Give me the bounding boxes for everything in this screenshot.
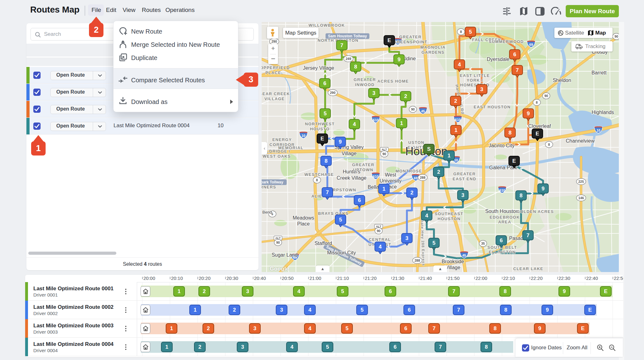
svg-text:9: 9 (397, 57, 400, 63)
svg-text:8: 8 (316, 178, 318, 182)
svg-text:290: 290 (330, 91, 336, 95)
svg-text:PLACE: PLACE (265, 70, 281, 75)
svg-text:ELLINGTON: ELLINGTON (489, 250, 516, 254)
svg-text:GREATER: GREATER (354, 77, 376, 82)
svg-text:35: 35 (481, 242, 485, 245)
svg-text:10: 10 (302, 134, 305, 138)
svg-text:290: 290 (271, 40, 277, 43)
svg-text:Barrett: Barrett (591, 70, 607, 75)
svg-text:ACRES HOME: ACRES HOME (377, 79, 409, 84)
svg-text:2: 2 (437, 169, 440, 175)
svg-text:69: 69 (414, 176, 418, 180)
svg-text:Creek Village: Creek Village (337, 175, 367, 181)
svg-text:Jacinto City: Jacinto City (489, 143, 515, 148)
svg-text:1: 1 (454, 127, 457, 133)
svg-text:GREATER: GREATER (352, 162, 375, 167)
svg-text:GREENSPOINT: GREENSPOINT (393, 40, 427, 44)
svg-text:UPTOWN: UPTOWN (353, 167, 374, 172)
svg-text:7: 7 (526, 232, 529, 238)
svg-text:8: 8 (536, 101, 538, 104)
svg-text:GOLDEN ACRES: GOLDEN ACRES (517, 209, 554, 214)
svg-text:Jersey Village: Jersey Village (303, 65, 334, 71)
svg-text:BEAR CREEK: BEAR CREEK (262, 91, 290, 96)
svg-text:8: 8 (519, 193, 522, 199)
svg-text:2: 2 (454, 98, 457, 104)
svg-text:610: 610 (373, 118, 379, 122)
svg-text:3: 3 (461, 192, 464, 198)
svg-text:EAST END: EAST END (452, 177, 476, 181)
svg-text:ENERGY: ENERGY (272, 137, 292, 142)
svg-text:4: 4 (379, 244, 382, 250)
svg-text:EAST LITTLE: EAST LITTLE (460, 73, 490, 78)
svg-text:8: 8 (548, 143, 550, 146)
svg-text:2: 2 (404, 93, 407, 99)
svg-text:University: University (380, 178, 402, 183)
svg-text:VILLAGE: VILLAGE (264, 96, 285, 101)
svg-text:GREATER: GREATER (453, 172, 476, 176)
svg-text:610: 610 (373, 175, 379, 178)
svg-text:Brookside: Brookside (441, 259, 464, 264)
svg-text:9: 9 (527, 111, 530, 117)
svg-text:5: 5 (432, 240, 435, 246)
svg-text:SUMMERWOOD: SUMMERWOOD (489, 39, 524, 44)
svg-text:9: 9 (339, 139, 341, 145)
svg-text:S: S (427, 146, 430, 152)
svg-text:n Bend: n Bend (262, 210, 272, 215)
svg-text:6: 6 (323, 80, 326, 86)
svg-text:8: 8 (508, 130, 511, 136)
svg-text:E: E (512, 158, 516, 164)
svg-text:146: 146 (578, 196, 584, 200)
svg-text:7: 7 (340, 42, 343, 48)
svg-text:CENTRAL: CENTRAL (369, 237, 391, 242)
svg-text:2: 2 (410, 190, 413, 196)
svg-text:Sam Houston Tollway: Sam Houston Tollway (328, 34, 367, 38)
svg-text:Missouri City: Missouri City (327, 250, 356, 255)
svg-text:7: 7 (516, 67, 519, 73)
svg-text:Channelview: Channelview (566, 138, 595, 144)
svg-text:4: 4 (425, 213, 428, 219)
svg-text:SOUTHEAST: SOUTHEAST (435, 211, 464, 216)
svg-text:GREATER: GREATER (399, 35, 422, 39)
svg-text:288: 288 (420, 176, 425, 179)
svg-text:E: E (536, 131, 539, 137)
svg-text:90: 90 (276, 241, 280, 244)
svg-text:HOUSTON: HOUSTON (437, 216, 460, 221)
svg-text:90: 90 (377, 229, 380, 233)
svg-text:5: 5 (324, 111, 326, 117)
svg-text:8: 8 (460, 30, 462, 34)
svg-text:ORNERS: ORNERS (262, 185, 276, 189)
svg-text:610: 610 (455, 118, 461, 122)
svg-text:Cloverleaf: Cloverleaf (528, 123, 551, 129)
svg-text:6: 6 (513, 52, 516, 57)
svg-text:7: 7 (326, 189, 329, 195)
svg-text:EDGEBROOK: EDGEBROOK (490, 215, 520, 220)
svg-text:90: 90 (411, 107, 415, 111)
svg-text:WILLOWBROOK: WILLOWBROOK (308, 23, 345, 28)
svg-text:AREA: AREA (498, 220, 511, 224)
svg-text:1: 1 (400, 120, 403, 126)
svg-text:NORTHWEST: NORTHWEST (305, 122, 335, 126)
svg-text:6: 6 (500, 237, 502, 243)
svg-text:9: 9 (541, 186, 544, 192)
svg-text:MAGNOLIA: MAGNOLIA (420, 45, 446, 50)
svg-text:West: West (385, 172, 397, 177)
svg-text:E: E (320, 136, 324, 142)
svg-text:INWOOD: INWOOD (355, 82, 375, 87)
svg-text:Stafford: Stafford (314, 241, 332, 246)
svg-text:GARDENS: GARDENS (421, 50, 444, 55)
svg-text:225: 225 (578, 180, 584, 183)
svg-text:1: 1 (382, 186, 385, 192)
svg-text:Village: Village (445, 265, 460, 270)
svg-text:45: 45 (421, 109, 425, 113)
svg-text:Meadows: Meadows (293, 215, 314, 221)
svg-text:HOUSTO: HOUSTO (310, 127, 330, 131)
svg-text:288: 288 (414, 259, 420, 262)
svg-text:WEST OAKS: WEST OAKS (263, 154, 291, 159)
svg-text:1: 1 (447, 153, 450, 159)
svg-text:E: E (387, 37, 391, 43)
svg-text:4: 4 (353, 121, 356, 127)
svg-text:90: 90 (614, 35, 618, 38)
svg-text:5: 5 (469, 29, 472, 35)
svg-text:3: 3 (405, 235, 408, 241)
svg-text:90: 90 (382, 152, 386, 156)
